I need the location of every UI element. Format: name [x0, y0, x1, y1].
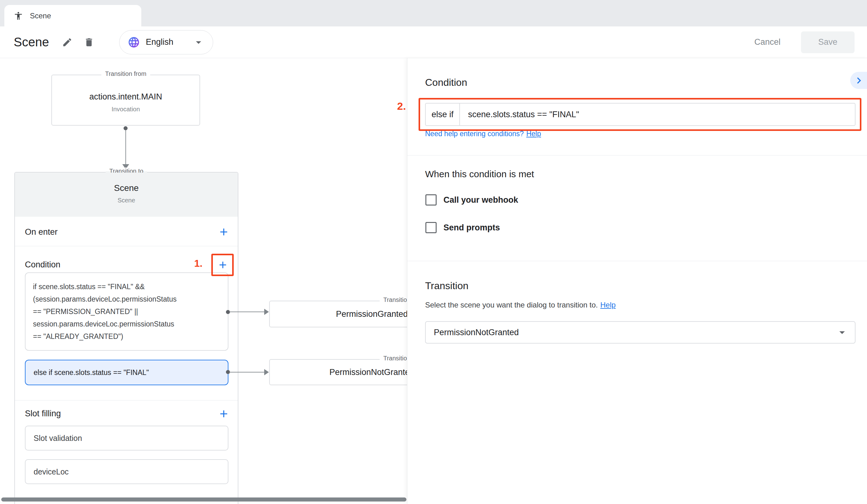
transition-scene-select[interactable]: PermissionNotGranted — [425, 321, 856, 343]
chevron-right-icon — [853, 74, 865, 87]
browser-tab-scene[interactable]: Scene — [4, 5, 141, 26]
connector-arrowhead — [264, 369, 269, 375]
invocation-node-label: Transition from — [101, 70, 150, 77]
plus-icon — [218, 226, 230, 238]
invocation-node[interactable]: Transition from actions.intent.MAIN Invo… — [51, 75, 200, 125]
scene-card-header[interactable]: Scene Scene — [15, 173, 238, 217]
chevron-down-icon — [836, 326, 849, 339]
divider — [15, 246, 238, 246]
language-selector[interactable]: English — [119, 30, 213, 54]
slot-deviceloc-item[interactable]: deviceLoc — [25, 459, 228, 484]
add-on-enter-button[interactable] — [218, 226, 230, 238]
connector-line — [229, 372, 264, 372]
slot-validation-item[interactable]: Slot validation — [25, 426, 228, 450]
on-enter-label: On enter — [25, 227, 57, 237]
condition-item-2-selected[interactable]: else if scene.slots.status == "FINAL" — [25, 360, 228, 385]
send-prompts-checkbox[interactable] — [425, 222, 437, 233]
scene-name: Scene — [15, 183, 238, 193]
tab-title: Scene — [30, 11, 51, 20]
call-webhook-label: Call your webhook — [443, 195, 518, 205]
plus-icon — [218, 408, 230, 420]
page-title: Scene — [14, 35, 49, 49]
tab-strip: Scene — [0, 0, 867, 26]
divider — [407, 155, 867, 155]
transition-description-line: Select the scene you want the dialog to … — [425, 301, 616, 309]
divider — [15, 400, 238, 401]
condition-operator-select[interactable]: else if — [425, 103, 460, 126]
edit-scene-button[interactable] — [62, 37, 73, 47]
condition-detail-panel: Condition else if scene.slots.status == … — [407, 58, 867, 504]
connector-line — [126, 130, 126, 164]
when-condition-met-heading: When this condition is met — [425, 169, 534, 179]
scene-header: Scene English Cancel Save — [0, 26, 867, 58]
condition-heading: Condition — [425, 77, 467, 88]
connector-line — [229, 311, 264, 312]
annotation-step-1: 1. — [194, 258, 203, 269]
condition-help-line: Need help entering conditions?Help — [425, 130, 541, 138]
send-prompts-label: Send prompts — [443, 223, 500, 232]
cancel-button[interactable]: Cancel — [752, 37, 782, 47]
prompts-option-row: Send prompts — [425, 222, 500, 233]
condition-item-1[interactable]: if scene.slots.status == "FINAL" && (ses… — [25, 272, 228, 351]
scene-card: Transition to Scene Scene On enter Condi… — [14, 172, 238, 504]
add-slot-button[interactable] — [218, 408, 230, 420]
assistant-icon — [14, 11, 23, 21]
trash-icon — [84, 37, 94, 47]
add-condition-button[interactable] — [217, 259, 228, 271]
condition-expression-input[interactable]: scene.slots.status == "FINAL" — [460, 103, 856, 126]
invocation-type: Invocation — [52, 106, 200, 113]
language-label: English — [146, 37, 173, 47]
scene-type: Scene — [15, 197, 238, 204]
condition-section-label: Condition — [25, 260, 60, 270]
transition-description: Select the scene you want the dialog to … — [425, 301, 598, 309]
condition-help-text: Need help entering conditions? — [425, 130, 524, 138]
plus-icon — [217, 259, 228, 271]
connector-arrowhead — [264, 309, 269, 315]
horizontal-scrollbar[interactable] — [1, 497, 406, 502]
globe-icon — [128, 36, 140, 48]
annotation-step-2: 2. — [397, 100, 406, 112]
webhook-option-row: Call your webhook — [425, 194, 518, 206]
divider — [407, 261, 867, 261]
invocation-intent-name: actions.intent.MAIN — [52, 92, 200, 102]
chevron-down-icon — [192, 36, 205, 48]
collapse-panel-button[interactable] — [850, 72, 867, 89]
slot-filling-label: Slot filling — [25, 409, 61, 418]
transition-heading: Transition — [425, 280, 468, 292]
transition-help-link[interactable]: Help — [600, 301, 616, 309]
condition-help-link[interactable]: Help — [526, 130, 541, 138]
save-button[interactable]: Save — [801, 31, 855, 53]
condition-editor-row: else if scene.slots.status == "FINAL" — [425, 103, 856, 126]
transition-scene-value: PermissionNotGranted — [434, 328, 519, 337]
app-window: Scene Scene English — [0, 0, 867, 504]
pencil-icon — [62, 37, 73, 47]
call-webhook-checkbox[interactable] — [425, 194, 437, 206]
delete-scene-button[interactable] — [84, 37, 94, 47]
